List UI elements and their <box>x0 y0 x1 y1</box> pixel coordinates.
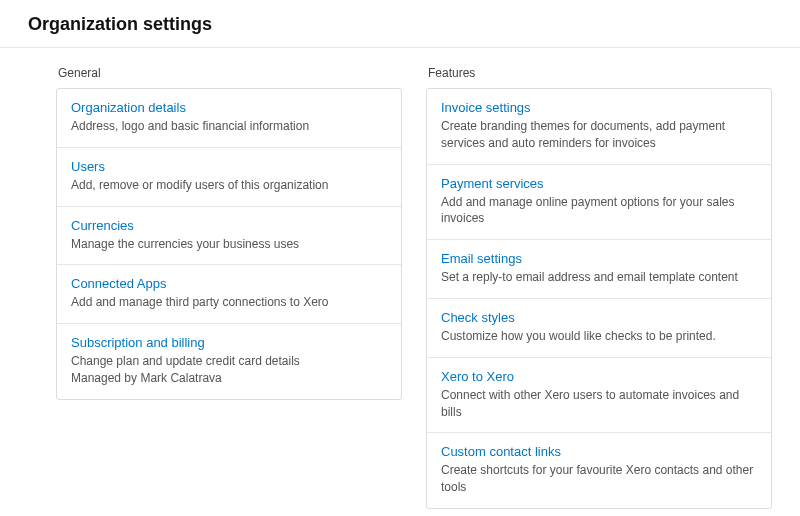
item-title: Users <box>71 159 387 174</box>
panel-general: Organization details Address, logo and b… <box>56 88 402 400</box>
item-title: Invoice settings <box>441 100 757 115</box>
item-title: Connected Apps <box>71 276 387 291</box>
item-desc: Manage the currencies your business uses <box>71 236 387 253</box>
item-title: Email settings <box>441 251 757 266</box>
item-desc: Set a reply-to email address and email t… <box>441 269 757 286</box>
panel-features: Invoice settings Create branding themes … <box>426 88 772 509</box>
column-general-label: General <box>58 66 402 80</box>
item-title: Xero to Xero <box>441 369 757 384</box>
item-desc: Add, remove or modify users of this orga… <box>71 177 387 194</box>
item-title: Check styles <box>441 310 757 325</box>
item-title: Custom contact links <box>441 444 757 459</box>
item-email-settings[interactable]: Email settings Set a reply-to email addr… <box>427 239 771 298</box>
item-organization-details[interactable]: Organization details Address, logo and b… <box>57 89 401 147</box>
item-currencies[interactable]: Currencies Manage the currencies your bu… <box>57 206 401 265</box>
item-desc: Add and manage third party connections t… <box>71 294 387 311</box>
item-users[interactable]: Users Add, remove or modify users of thi… <box>57 147 401 206</box>
item-check-styles[interactable]: Check styles Customize how you would lik… <box>427 298 771 357</box>
item-connected-apps[interactable]: Connected Apps Add and manage third part… <box>57 264 401 323</box>
column-general: General Organization details Address, lo… <box>56 66 402 509</box>
item-desc: Customize how you would like checks to b… <box>441 328 757 345</box>
item-desc: Address, logo and basic financial inform… <box>71 118 387 135</box>
item-payment-services[interactable]: Payment services Add and manage online p… <box>427 164 771 240</box>
page-title: Organization settings <box>28 14 772 35</box>
item-title: Organization details <box>71 100 387 115</box>
item-xero-to-xero[interactable]: Xero to Xero Connect with other Xero use… <box>427 357 771 433</box>
item-title: Currencies <box>71 218 387 233</box>
column-features: Features Invoice settings Create brandin… <box>426 66 772 509</box>
item-custom-contact-links[interactable]: Custom contact links Create shortcuts fo… <box>427 432 771 508</box>
item-subscription-and-billing[interactable]: Subscription and billing Change plan and… <box>57 323 401 399</box>
item-invoice-settings[interactable]: Invoice settings Create branding themes … <box>427 89 771 164</box>
column-features-label: Features <box>428 66 772 80</box>
item-desc: Change plan and update credit card detai… <box>71 353 387 370</box>
item-sub: Managed by Mark Calatrava <box>71 370 387 387</box>
item-title: Payment services <box>441 176 757 191</box>
item-title: Subscription and billing <box>71 335 387 350</box>
item-desc: Create shortcuts for your favourite Xero… <box>441 462 757 496</box>
settings-page: Organization settings General Organizati… <box>0 0 800 516</box>
item-desc: Connect with other Xero users to automat… <box>441 387 757 421</box>
page-header: Organization settings <box>0 0 800 48</box>
item-desc: Create branding themes for documents, ad… <box>441 118 757 152</box>
content-columns: General Organization details Address, lo… <box>0 48 800 516</box>
item-desc: Add and manage online payment options fo… <box>441 194 757 228</box>
